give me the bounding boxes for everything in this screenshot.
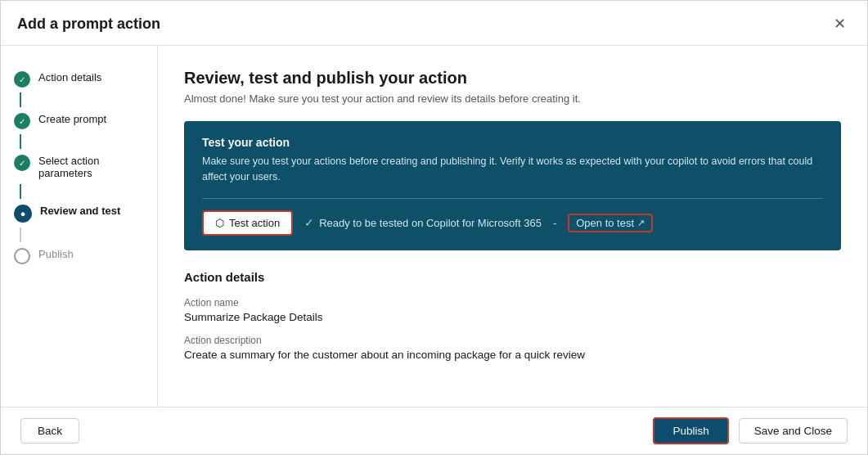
test-action-button-label: Test action xyxy=(229,217,280,229)
action-name-label: Action name xyxy=(184,297,841,309)
external-link-icon: ↗ xyxy=(637,218,645,228)
action-name-field-group: Action name Summarize Package Details xyxy=(184,297,841,323)
step-icon-review-and-test: ● xyxy=(14,205,32,223)
ready-text: Ready to be tested on Copilot for Micros… xyxy=(319,217,542,229)
action-description-field-group: Action description Create a summary for … xyxy=(184,335,841,361)
sidebar-item-action-details[interactable]: ✓ Action details xyxy=(1,65,157,92)
step-connector-1 xyxy=(20,92,21,107)
dialog-footer: Back Publish Save and Close xyxy=(1,407,867,454)
page-title: Review, test and publish your action xyxy=(184,69,841,88)
close-button[interactable]: ✕ xyxy=(828,12,851,35)
sidebar-item-create-prompt[interactable]: ✓ Create prompt xyxy=(1,107,157,134)
test-card-description: Make sure you test your actions before c… xyxy=(202,154,823,185)
action-description-label: Action description xyxy=(184,335,841,346)
sidebar-item-label-publish: Publish xyxy=(38,247,74,260)
action-details-section: Action details Action name Summarize Pac… xyxy=(184,270,841,372)
test-card-title: Test your action xyxy=(202,136,823,149)
action-name-value: Summarize Package Details xyxy=(184,311,841,323)
footer-right: Publish Save and Close xyxy=(653,417,848,444)
sidebar-item-select-parameters[interactable]: ✓ Select action parameters xyxy=(1,149,157,184)
sidebar-item-label-action-details: Action details xyxy=(38,70,101,83)
sidebar-item-label-select-parameters: Select action parameters xyxy=(38,154,144,179)
test-action-button[interactable]: ⬡ Test action xyxy=(202,210,293,236)
dialog-header: Add a prompt action ✕ xyxy=(1,1,867,46)
action-details-section-title: Action details xyxy=(184,270,841,284)
step-icon-action-details: ✓ xyxy=(14,71,30,88)
back-button-label: Back xyxy=(38,425,62,437)
test-action-card: Test your action Make sure you test your… xyxy=(184,121,841,250)
publish-button-label: Publish xyxy=(672,425,708,437)
test-card-actions: ⬡ Test action ✓ Ready to be tested on Co… xyxy=(202,210,823,236)
action-description-value: Create a summary for the customer about … xyxy=(184,349,841,361)
sidebar-item-review-and-test[interactable]: ● Review and test xyxy=(1,199,157,228)
save-close-button-label: Save and Close xyxy=(754,425,832,437)
dialog-title: Add a prompt action xyxy=(17,16,160,33)
test-card-divider xyxy=(202,198,823,199)
step-connector-4 xyxy=(20,228,21,242)
sidebar-item-publish[interactable]: Publish xyxy=(1,242,157,269)
check-icon: ✓ xyxy=(304,216,314,229)
open-test-label: Open to test xyxy=(576,217,634,229)
step-connector-2 xyxy=(20,134,21,149)
step-icon-create-prompt: ✓ xyxy=(14,113,30,129)
dialog: Add a prompt action ✕ ✓ Action details ✓… xyxy=(0,0,868,455)
open-to-test-link[interactable]: Open to test ↗ xyxy=(568,214,653,232)
step-icon-select-parameters: ✓ xyxy=(14,155,30,171)
main-content: Review, test and publish your action Alm… xyxy=(158,46,867,407)
dialog-body: ✓ Action details ✓ Create prompt ✓ Selec… xyxy=(1,46,867,407)
step-icon-publish xyxy=(14,248,30,264)
save-and-close-button[interactable]: Save and Close xyxy=(739,418,848,444)
step-connector-3 xyxy=(20,184,21,199)
separator: - xyxy=(553,217,556,229)
sidebar-item-label-review-and-test: Review and test xyxy=(40,204,120,217)
sidebar: ✓ Action details ✓ Create prompt ✓ Selec… xyxy=(1,46,158,407)
flask-icon: ⬡ xyxy=(215,217,224,229)
test-ready-status: ✓ Ready to be tested on Copilot for Micr… xyxy=(304,216,542,229)
sidebar-item-label-create-prompt: Create prompt xyxy=(38,112,106,125)
publish-button[interactable]: Publish xyxy=(653,417,728,444)
page-subtitle: Almost done! Make sure you test your act… xyxy=(184,92,841,105)
back-button[interactable]: Back xyxy=(20,418,79,444)
close-icon: ✕ xyxy=(834,15,846,33)
